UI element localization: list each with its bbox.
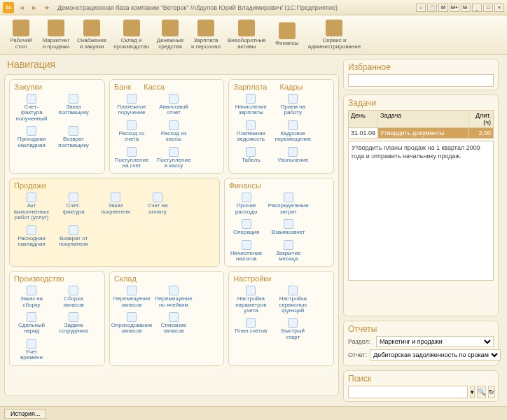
toolbar-icon (238, 20, 255, 36)
back-button[interactable]: ◄ (17, 3, 27, 13)
doc-item[interactable]: Заказ покупателя (98, 192, 133, 220)
col-day[interactable]: День (349, 111, 378, 127)
doc-icon (111, 192, 120, 202)
doc-item[interactable]: План счетов (233, 318, 268, 340)
doc-item[interactable]: Платежная ведомость (233, 120, 268, 143)
table-row[interactable]: 31.01.09 Утвердить документы 2,00 (349, 128, 493, 138)
toolbar-item-2[interactable]: Снабжениеи закупки (74, 18, 109, 52)
news-icon[interactable]: 📋 (427, 4, 437, 12)
doc-item[interactable]: Прочие расходы (229, 192, 264, 215)
toolbar-item-3[interactable]: Склад ипроизводство (111, 18, 152, 52)
doc-icon (169, 120, 179, 130)
block-title: Зарплата (233, 83, 267, 91)
maximize-button[interactable]: □ (483, 4, 493, 12)
toolbar-item-4[interactable]: Денежныесредства (153, 18, 187, 52)
forward-button[interactable]: ► (29, 3, 39, 13)
doc-item[interactable]: Платежное поручение (114, 94, 149, 116)
doc-item[interactable]: Поступление в кассу (156, 147, 191, 169)
doc-item[interactable]: Настройка сервисных функций (275, 286, 310, 314)
doc-label: Быстрый старт (275, 328, 310, 340)
doc-item[interactable]: Счет-фактура полученный (14, 94, 49, 122)
doc-item[interactable]: Оприходование запасов (114, 312, 149, 335)
doc-item[interactable]: Приходная накладная (14, 126, 49, 148)
doc-item[interactable]: Задача сотрудника (56, 312, 91, 335)
doc-item[interactable]: Счет на оплату (140, 192, 175, 220)
doc-item[interactable]: Поступление на счет (114, 147, 149, 169)
block-title: Продажи (14, 181, 46, 190)
report-label: Отчет: (348, 351, 367, 358)
fav-star-icon[interactable]: ★ (42, 3, 52, 13)
app-logo: 1c (3, 2, 14, 13)
section-select[interactable]: Маркетинг и продажи (376, 336, 494, 347)
statusbar: История... (0, 406, 507, 420)
doc-item[interactable]: Учет времени (14, 339, 49, 361)
doc-item[interactable]: Расход из кассы (156, 120, 191, 143)
doc-item[interactable]: Быстрый старт (275, 318, 310, 340)
doc-item[interactable]: Начисление налогов (229, 240, 264, 262)
search-dropdown-button[interactable]: ▾ (470, 386, 475, 398)
doc-item[interactable]: Счет-фактура (56, 192, 91, 220)
doc-label: Платежное поручение (114, 104, 149, 116)
toolbar-item-0[interactable]: Рабочийстол (4, 18, 38, 52)
m-minus-icon[interactable]: M- (461, 4, 471, 12)
search-clear-button[interactable]: ↻ (488, 386, 495, 398)
doc-item[interactable]: Перемещение запасов (114, 286, 149, 308)
doc-item[interactable]: Настройка параметров учета (233, 286, 268, 314)
toolbar-item-8[interactable]: Сервис иадминистрирование (305, 18, 363, 52)
toolbar-icon (279, 22, 296, 39)
history-button[interactable]: История... (4, 409, 46, 419)
doc-item[interactable]: Акт выполненных работ (услуг) (14, 192, 49, 220)
search-input[interactable] (348, 386, 468, 398)
toolbar-item-6[interactable]: Внеоборотныеактивы (225, 18, 269, 52)
doc-label: Заказ покупателя (98, 203, 133, 215)
doc-item[interactable]: Списание запасов (156, 312, 191, 335)
toolbar-item-5[interactable]: Зарплатаи персонал (188, 18, 223, 52)
doc-item[interactable]: Закрытие месяца (271, 240, 306, 262)
doc-item[interactable]: Начисление зарплаты (233, 94, 268, 116)
toolbar-item-7[interactable]: Финансы (270, 21, 304, 48)
tasks-table: День Задача Длит. (ч) 31.01.09 Утвердить… (348, 110, 494, 139)
doc-item[interactable]: Табель (233, 147, 268, 163)
doc-icon (69, 94, 78, 104)
doc-item[interactable]: Авансовый отчет (156, 94, 191, 116)
m-plus-icon[interactable]: M+ (450, 4, 459, 12)
toolbar-item-1[interactable]: Маркетинги продажи (39, 18, 73, 52)
doc-item[interactable]: Прием на работу (275, 94, 310, 116)
doc-item[interactable]: Сдельный наряд (14, 312, 49, 335)
doc-item[interactable]: Возврат от покупателя (56, 225, 91, 248)
doc-item[interactable]: Кадровое перемещение (275, 120, 310, 143)
doc-label: Списание запасов (156, 323, 191, 335)
doc-icon (69, 192, 78, 202)
search-button[interactable]: 🔍 (477, 386, 486, 398)
star-icon[interactable]: ☆ (416, 4, 426, 12)
doc-label: Закрытие месяца (271, 251, 306, 262)
doc-icon (169, 286, 179, 295)
doc-label: Счет на оплату (140, 203, 175, 215)
doc-item[interactable]: Заказ поставщику (56, 94, 91, 122)
doc-item[interactable]: Сборка запасов (56, 286, 91, 308)
doc-item[interactable]: Взаимозачет (271, 219, 306, 235)
doc-item[interactable]: Расход со счета (114, 120, 149, 143)
block-title: Закупки (14, 83, 42, 91)
toolbar-label: Склад ипроизводство (113, 38, 149, 50)
favorites-input[interactable] (348, 74, 494, 87)
col-duration[interactable]: Длит. (ч) (469, 111, 493, 127)
close-button[interactable]: × (494, 4, 504, 12)
doc-icon (27, 286, 36, 295)
report-select[interactable]: Дебиторская задолженность по срокам (370, 349, 501, 360)
doc-item[interactable]: Операция (229, 219, 264, 235)
col-task[interactable]: Задача (378, 111, 469, 127)
minimize-button[interactable]: _ (472, 4, 482, 12)
doc-item[interactable]: Увольнение (275, 147, 310, 163)
doc-item[interactable]: Заказ на сборку (14, 286, 49, 308)
doc-item[interactable]: Расходная накладная (14, 225, 49, 248)
doc-item[interactable]: Перемещение по ячейкам (156, 286, 191, 308)
doc-label: Приходная накладная (14, 136, 49, 148)
doc-label: Счет-фактура полученный (14, 104, 49, 122)
m-icon[interactable]: M (438, 4, 448, 12)
doc-item[interactable]: Возврат поставщику (56, 126, 91, 148)
doc-item[interactable]: Распределение затрат (271, 192, 306, 215)
doc-label: Заказ на сборку (14, 296, 49, 308)
toolbar-icon (123, 20, 140, 36)
block-title: Финансы (229, 181, 261, 190)
